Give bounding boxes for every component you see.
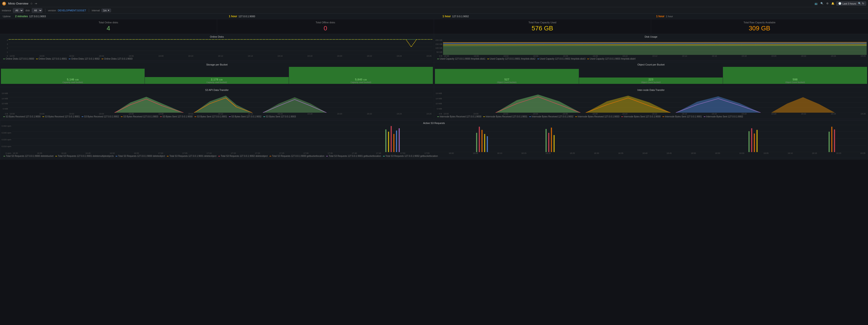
storage-bucket3-label: Capacity used bucket3 bbox=[350, 81, 371, 83]
interval-label: interval bbox=[92, 9, 100, 12]
instance-label: instance bbox=[2, 9, 11, 12]
main-content: Uptime 2 minutes 127.0.0.1:9003 1 hour 1… bbox=[0, 13, 868, 325]
s3-transfer-x-labels: 18:58 19:00 19:02 19:04 19:06 19:08 19:1… bbox=[9, 113, 432, 115]
svg-marker-12 bbox=[443, 45, 867, 55]
stat-raw-used-title: Total Raw Capacity Used bbox=[437, 21, 648, 24]
object-bucket1-value: 527 bbox=[497, 78, 517, 81]
grafana-logo-icon: G bbox=[2, 1, 6, 6]
uptime-item-0: 2 minutes 127.0.0.1:9003 bbox=[15, 15, 224, 18]
filterbar: instance All disk All version DEVELOPMEN… bbox=[0, 7, 868, 13]
stat-raw-available: Total Raw Capacity Available 309 GB bbox=[651, 19, 868, 34]
settings-icon[interactable]: ⚙ bbox=[826, 2, 829, 5]
object-bucket2: 223 Object Count bucket2 bbox=[579, 67, 723, 84]
object-count-title: Object Count per Bucket bbox=[435, 63, 867, 66]
online-disks-x-labels: 18:58 19:00 19:02 19:04 19:06 19:08 19:1… bbox=[9, 55, 432, 57]
s3-transfer-chart-area: 18:58 19:00 19:02 19:04 19:06 19:08 19:1… bbox=[9, 92, 432, 115]
object-bucket3: 598 Object Count bucket3 bbox=[723, 67, 867, 84]
storage-buckets-grid: 5.146 GiB Capacity used bucket1 2.178 Gi… bbox=[1, 67, 433, 84]
active-s3-legend: Total S3 Requests 127.0.0.1:9000 deleteb… bbox=[2, 154, 866, 158]
version-label: version bbox=[48, 9, 56, 12]
uptime-item-1: 1 hour 127.0.0.1:9000 bbox=[229, 15, 438, 18]
svg-marker-21 bbox=[115, 97, 184, 113]
storage-bucket3-label-wrap: 5.840 GiB Capacity used bucket3 bbox=[350, 78, 371, 84]
s3-transfer-svg bbox=[9, 92, 432, 113]
zoom-icon: 🔍 bbox=[858, 2, 861, 5]
storage-bucket2-label: Capacity used bucket2 bbox=[207, 81, 227, 83]
object-bucket2-label-wrap: 223 Object Count bucket2 bbox=[641, 78, 661, 84]
storage-bucket1: 5.146 GiB Capacity used bucket1 bbox=[1, 67, 145, 84]
instance-select[interactable]: All bbox=[13, 8, 24, 13]
online-disks-legend: Online Disks 127.0.0.1:9000 Online Disks… bbox=[1, 57, 432, 61]
share-icon[interactable]: ⇒ bbox=[35, 2, 37, 5]
online-disks-panel: Online Disks 4 3 2 1 0 bbox=[0, 34, 434, 62]
stat-raw-used: Total Raw Capacity Used 576 GB bbox=[434, 19, 651, 34]
stat-offline-disks-title: Total Offline disks bbox=[220, 21, 431, 24]
storage-bucket1-label-wrap: 5.146 GiB Capacity used bucket1 bbox=[63, 78, 83, 84]
online-disks-chart-title: Online Disks bbox=[1, 35, 432, 38]
uptime-item-3: 1 hour 1 hour bbox=[656, 15, 865, 18]
disk-select[interactable]: All bbox=[32, 8, 42, 13]
active-s3-chart-wrap: 0.060 opm 0.040 opm 0.020 opm 0.010 opm … bbox=[2, 125, 866, 154]
storage-bucket-title: Storage per Bucket bbox=[1, 63, 433, 66]
svg-text:G: G bbox=[3, 2, 5, 5]
disk-usage-panel: Disk Usage 200 GB 150 GB 100 GB 50 GB 0 … bbox=[434, 34, 868, 62]
active-s3-y-labels: 0.060 opm 0.040 opm 0.020 opm 0.010 opm … bbox=[2, 125, 12, 154]
object-bucket3-label: Object Count bucket3 bbox=[785, 81, 805, 83]
storage-bucket1-label: Capacity used bucket1 bbox=[63, 81, 83, 83]
object-count-grid: 527 Object Count bucket1 223 Object Coun… bbox=[435, 67, 867, 84]
uptime-ip-2: 127.0.0.1:9002 bbox=[452, 15, 469, 18]
uptime-ip-3: 1 hour bbox=[666, 15, 673, 18]
uptime-ip-1: 127.0.0.1:9000 bbox=[239, 15, 255, 18]
stat-online-disks-title: Total Online disks bbox=[3, 21, 214, 24]
star-icon[interactable]: ☆ bbox=[30, 2, 33, 5]
time-range-label: Last 3 hours bbox=[842, 2, 856, 5]
uptime-center-label: Uptime bbox=[3, 15, 11, 18]
stat-raw-used-value: 576 GB bbox=[437, 25, 648, 32]
tv-icon[interactable]: 📺 bbox=[814, 2, 818, 5]
active-s3-x-labels: 16:30 16:35 16:40 16:45 16:50 16:55 17:0… bbox=[12, 152, 866, 154]
online-disks-svg bbox=[9, 39, 432, 55]
disk-usage-legend: Used Capacity 127.0.0.1:9000 /tmp/dsk-di… bbox=[435, 57, 867, 61]
s3-transfer-y-labels: 19 MiB 14 MiB 10 MiB 5 MiB 0 B bbox=[1, 92, 9, 115]
topbar: G Minio Overview ☆ ⇒ 📺 🔍 ⚙ 🔔 🕐 Last 3 ho… bbox=[0, 0, 868, 7]
uptime-time-3: 1 hour bbox=[656, 15, 664, 18]
charts-row-3: S3 API Data Transfer 19 MiB 14 MiB 10 Mi… bbox=[0, 87, 868, 120]
disk-usage-svg bbox=[443, 39, 867, 55]
object-bucket1: 527 Object Count bucket1 bbox=[435, 67, 579, 84]
search-icon[interactable]: 🔍 bbox=[820, 2, 824, 5]
s3-transfer-legend: S3 Bytes Received 127.0.0.1:9000 S3 Byte… bbox=[1, 115, 432, 119]
object-bucket1-label: Object Count bucket1 bbox=[497, 81, 517, 83]
object-bucket2-value: 223 bbox=[641, 78, 661, 81]
version-value: DEVELOPMENT.GOGET bbox=[58, 9, 86, 12]
bell-icon[interactable]: 🔔 bbox=[831, 2, 834, 5]
charts-row-2: Storage per Bucket 5.146 GiB Capacity us… bbox=[0, 62, 868, 87]
online-disks-chart-area: 18:58 19:00 19:02 19:04 19:06 19:08 19:1… bbox=[9, 39, 432, 57]
online-disks-y-labels: 4 3 2 1 0 bbox=[1, 39, 9, 57]
stat-online-disks-value: 4 bbox=[3, 25, 214, 32]
clock-icon: 🕐 bbox=[838, 2, 841, 5]
object-bucket1-label-wrap: 527 Object Count bucket1 bbox=[497, 78, 517, 84]
interval-select[interactable]: 1m ▼ bbox=[101, 9, 111, 12]
active-s3-svg bbox=[12, 125, 866, 152]
uptime-item-2: 1 hour 127.0.0.1:9002 bbox=[442, 15, 652, 18]
storage-bucket3-value: 5.840 GiB bbox=[350, 78, 371, 81]
storage-bucket2: 2.178 GiB Capacity used bucket2 bbox=[145, 67, 289, 84]
stat-raw-available-value: 309 GB bbox=[654, 25, 866, 32]
internode-chart-area: 18:58 19:00 19:02 19:04 19:06 19:08 19:1… bbox=[443, 92, 867, 115]
internode-svg bbox=[443, 92, 867, 113]
internode-title: Inter-node Data Transfer bbox=[435, 89, 867, 91]
online-disks-chart-wrap: 4 3 2 1 0 bbox=[1, 39, 432, 57]
chevron-down-icon: ▼ bbox=[107, 9, 110, 11]
page-title: Minio Overview bbox=[8, 2, 28, 5]
object-bucket2-label: Object Count bucket2 bbox=[641, 81, 661, 83]
object-count-panel: Object Count per Bucket 527 Object Count… bbox=[434, 62, 868, 87]
internode-chart-wrap: 19 MiB 14 MiB 10 MiB 5 MiB 0 B bbox=[435, 92, 867, 115]
stats-row: Total Online disks 4 Total Offline disks… bbox=[0, 19, 868, 34]
uptime-row: Uptime 2 minutes 127.0.0.1:9003 1 hour 1… bbox=[0, 13, 868, 19]
uptime-ip-0: 127.0.0.1:9003 bbox=[29, 15, 46, 18]
time-range-picker[interactable]: 🕐 Last 3 hours 🔍 ↻ bbox=[836, 1, 866, 6]
refresh-icon: ↻ bbox=[862, 2, 864, 5]
svg-marker-32 bbox=[771, 97, 835, 113]
storage-bucket-panel: Storage per Bucket 5.146 GiB Capacity us… bbox=[0, 62, 434, 87]
s3-transfer-title: S3 API Data Transfer bbox=[1, 89, 432, 91]
